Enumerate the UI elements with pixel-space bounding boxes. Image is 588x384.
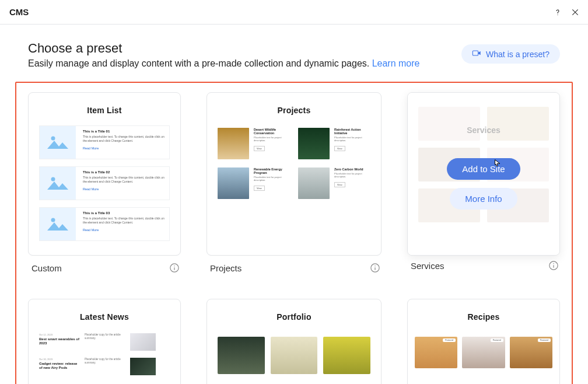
card-title: Latest News [29, 299, 180, 322]
page-subtitle: Easily manage and display content with a… [28, 58, 420, 69]
close-icon[interactable] [570, 8, 580, 17]
list-item: This is a Title 03 This is placeholder t… [39, 207, 170, 241]
help-icon[interactable] [553, 8, 562, 17]
page-title: Choose a preset [28, 41, 420, 56]
image-placeholder-icon [40, 208, 76, 240]
info-icon[interactable] [169, 263, 180, 273]
preset-latest-news: Latest News Oct 12, 2023 Best smart wear… [28, 299, 181, 384]
preset-custom: Item List This is a Title 01 This is pla… [28, 92, 181, 273]
card-title: Services [467, 125, 501, 135]
more-info-button[interactable]: More Info [450, 188, 517, 210]
card-title: Portfolio [207, 299, 381, 322]
svg-point-3 [51, 177, 55, 181]
preset-projects: Projects Desert Wildlife ConservationPla… [206, 92, 382, 273]
image-placeholder-icon [40, 126, 76, 159]
preset-caption: Projects [210, 263, 242, 273]
what-is-preset-button[interactable]: What is a preset? [461, 44, 560, 64]
card-title: Recipes [408, 299, 559, 322]
list-item: This is a Title 02 This is placeholder t… [39, 166, 170, 200]
page-heading: Choose a preset Easily manage and displa… [28, 41, 420, 69]
topbar: CMS [0, 0, 588, 25]
svg-point-6 [174, 266, 175, 267]
preset-caption: Custom [32, 263, 62, 273]
list-item: This is a Title 01 This is placeholder t… [39, 125, 170, 159]
video-icon [472, 49, 481, 59]
preset-card-recipes[interactable]: Recipes Featured Featured Featured [407, 299, 560, 384]
preset-card-portfolio[interactable]: Portfolio [206, 299, 382, 384]
preset-card-item-list[interactable]: Item List This is a Title 01 This is pla… [28, 92, 181, 256]
preset-hover-overlay: Services Add to Site More Info [408, 93, 559, 255]
info-icon[interactable] [548, 260, 559, 271]
svg-point-2 [51, 137, 55, 141]
preset-services: Services Add to Site More Info Services [407, 92, 560, 273]
learn-more-link[interactable]: Learn more [372, 58, 420, 68]
preset-card-projects[interactable]: Projects Desert Wildlife ConservationPla… [206, 92, 382, 256]
preset-card-services[interactable]: Services Add to Site More Info [407, 92, 560, 256]
image-placeholder-icon [40, 167, 76, 200]
card-title: Projects [207, 93, 381, 115]
add-to-site-button[interactable]: Add to Site [447, 158, 520, 180]
info-icon[interactable] [370, 263, 380, 273]
svg-point-4 [51, 218, 55, 222]
svg-point-10 [553, 263, 554, 264]
preset-caption: Services [411, 261, 444, 271]
preset-card-latest-news[interactable]: Latest News Oct 12, 2023 Best smart wear… [28, 299, 181, 384]
preset-grid-highlight: Item List This is a Title 01 This is pla… [15, 82, 573, 384]
svg-rect-1 [473, 51, 478, 55]
preset-recipes: Recipes Featured Featured Featured [407, 299, 560, 384]
svg-point-0 [557, 14, 558, 15]
preset-portfolio: Portfolio [206, 299, 382, 384]
svg-point-8 [374, 266, 376, 267]
card-title: Item List [29, 93, 180, 115]
app-title: CMS [9, 7, 29, 17]
